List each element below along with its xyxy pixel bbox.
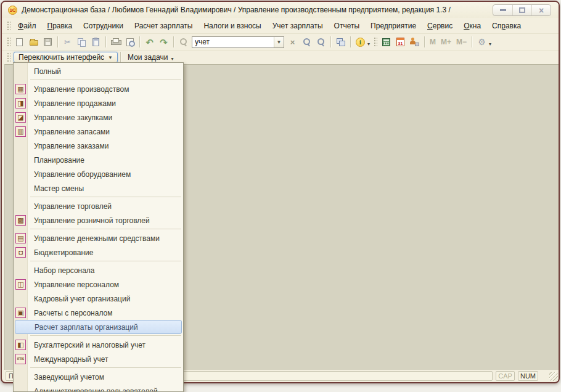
interface-item-purchasing[interactable]: ◪Управление закупками xyxy=(14,110,183,125)
title-bar[interactable]: 1С Демонстрационная база / Любимов Генна… xyxy=(2,2,559,18)
interface-item-label: Кадровый учет организаций xyxy=(34,295,130,303)
my-tasks-button[interactable]: Мои задачи ▾ xyxy=(123,52,178,63)
maximize-icon xyxy=(519,7,525,13)
maximize-button[interactable] xyxy=(512,5,531,15)
menu-bar: ФайлПравкаСотрудникиРасчет зарплатыНалог… xyxy=(2,18,559,34)
redo-button[interactable]: ↷ xyxy=(157,36,170,48)
app-1c-icon: 1С xyxy=(8,6,17,15)
interface-item-retail[interactable]: ▩Управление розничной торговлей xyxy=(14,213,183,227)
open-folder-icon xyxy=(30,40,38,46)
interface-item-user-admin[interactable]: Администрирование пользователей xyxy=(14,384,183,392)
interface-item-payroll-org[interactable]: Расчет зарплаты организаций xyxy=(15,320,182,334)
interface-item-equipment[interactable]: Управление оборудованием xyxy=(14,167,183,181)
budgeting-icon: ◘ xyxy=(15,247,26,258)
payroll-icon: ▣ xyxy=(15,308,26,318)
screen: 1С Демонстрационная база / Любимов Генна… xyxy=(0,0,561,392)
user-permissions-button[interactable] xyxy=(408,36,421,48)
find-previous-button[interactable] xyxy=(314,36,327,48)
info-button[interactable]: i xyxy=(354,36,367,48)
memory-add-button[interactable]: M+ xyxy=(438,38,454,46)
magnifier-icon xyxy=(179,38,188,46)
print-preview-button[interactable] xyxy=(123,36,136,48)
menu-windows[interactable]: Окна xyxy=(458,20,486,32)
save-button[interactable] xyxy=(41,36,54,48)
interface-item-planning[interactable]: Планирование xyxy=(14,153,183,167)
interface-item-cash[interactable]: ▤Управление денежными средствами xyxy=(14,231,183,245)
cut-button[interactable]: ✂ xyxy=(61,36,74,48)
service-settings-button[interactable]: ⚙ xyxy=(475,36,488,48)
minimize-button[interactable] xyxy=(493,5,512,15)
toolbar-drag-grip[interactable] xyxy=(373,36,377,47)
retail-icon: ▩ xyxy=(15,215,26,226)
calculator-button[interactable] xyxy=(380,36,393,48)
menu-service[interactable]: Сервис xyxy=(422,20,458,32)
interface-item-payroll-settlements[interactable]: ▣Расчеты с персоналом xyxy=(14,306,183,320)
toolbar-separator xyxy=(173,36,174,47)
toolbar-separator xyxy=(472,36,472,47)
switch-interface-button[interactable]: Переключить интерфейс ▼ xyxy=(14,52,118,63)
find-next-magnifier-icon xyxy=(303,38,311,46)
toolbar-separator xyxy=(424,36,425,47)
caps-lock-indicator: CAP xyxy=(496,371,515,381)
lock-icon xyxy=(415,43,419,46)
interface-item-label: Расчеты с персоналом xyxy=(34,309,112,317)
interface-item-international[interactable]: IFRSМеждународный учет xyxy=(14,352,183,366)
copy-button[interactable] xyxy=(75,36,88,48)
open-button[interactable] xyxy=(27,36,40,48)
window-resize-grip[interactable] xyxy=(549,372,558,381)
menu-payroll-accounting[interactable]: Учет зарплаты xyxy=(267,20,329,32)
interface-item-orders[interactable]: Управление заказами xyxy=(14,139,183,153)
memory-subtract-button[interactable]: M− xyxy=(454,38,469,46)
interface-item-chief-accountant[interactable]: Заведующий учетом xyxy=(14,370,183,384)
interface-item-trade[interactable]: Управление торговлей xyxy=(14,199,183,213)
close-button[interactable]: × xyxy=(531,5,551,15)
print-button[interactable] xyxy=(109,36,122,48)
hr-icon: ◫ xyxy=(15,279,26,290)
menu-enterprise[interactable]: Предприятие xyxy=(365,20,422,32)
interface-item-label: Управление производством xyxy=(34,85,129,94)
interface-item-budgeting[interactable]: ◘Бюджетирование xyxy=(14,245,183,259)
new-document-button[interactable] xyxy=(13,36,26,48)
interface-item-recruiting[interactable]: Набор персонала xyxy=(14,263,183,277)
interface-item-production[interactable]: ▦Управление производством xyxy=(14,82,183,96)
num-lock-indicator: NUM xyxy=(518,371,538,381)
interface-item-sales[interactable]: ◨Управление продажами xyxy=(14,96,183,110)
menu-payroll-calc[interactable]: Расчет зарплаты xyxy=(129,20,198,32)
production-icon: ▦ xyxy=(15,84,26,94)
interface-item-inventory[interactable]: ▥Управление запасами xyxy=(14,125,183,139)
toolbar-separator xyxy=(57,36,58,47)
interface-item-hr[interactable]: ◫Управление персоналом xyxy=(14,277,183,292)
calendar-button[interactable]: 31 xyxy=(394,36,407,48)
menu-file[interactable]: Файл xyxy=(12,20,42,32)
my-tasks-label: Мои задачи xyxy=(128,53,168,62)
interface-item-hr-records[interactable]: Кадровый учет организаций xyxy=(14,292,183,306)
interface-item-label: Управление денежными средствами xyxy=(34,234,160,243)
info-dropdown-caret[interactable]: ▾ xyxy=(367,41,370,47)
menu-edit[interactable]: Правка xyxy=(42,20,78,32)
interface-item-shift-master[interactable]: Мастер смены xyxy=(14,181,183,195)
menu-help[interactable]: Справка xyxy=(486,20,526,32)
ifrs-icon: IFRS xyxy=(15,354,26,364)
switch-interface-label: Переключить интерфейс xyxy=(18,53,104,62)
paste-button[interactable] xyxy=(89,36,102,48)
interface-item-label: Международный учет xyxy=(34,355,108,364)
find-previous-magnifier-icon xyxy=(317,38,326,46)
interface-toolbar: Переключить интерфейс ▼ Мои задачи ▾ xyxy=(2,51,559,63)
memory-recall-button[interactable]: M xyxy=(427,38,438,46)
find-next-button[interactable] xyxy=(300,36,313,48)
toolbar-drag-grip[interactable] xyxy=(6,36,10,47)
clear-search-button[interactable]: × xyxy=(286,36,299,48)
interface-toolbar-grip[interactable] xyxy=(6,52,10,63)
menu-reports[interactable]: Отчеты xyxy=(329,20,365,32)
menu-employees[interactable]: Сотрудники xyxy=(78,20,129,32)
search-input[interactable] xyxy=(192,38,274,46)
service-dropdown-caret[interactable]: ▾ xyxy=(489,41,491,47)
undo-button[interactable]: ↶ xyxy=(143,36,156,48)
search-button[interactable] xyxy=(177,36,190,48)
search-dropdown-button[interactable]: ▼ xyxy=(274,37,284,47)
menubar-drag-grip[interactable] xyxy=(6,20,10,31)
menu-taxes[interactable]: Налоги и взносы xyxy=(198,20,266,32)
interface-item-accounting[interactable]: ◧Бухгалтерский и налоговый учет xyxy=(14,338,183,352)
interface-item-full[interactable]: Полный xyxy=(14,64,183,78)
tile-windows-button[interactable] xyxy=(334,36,347,48)
